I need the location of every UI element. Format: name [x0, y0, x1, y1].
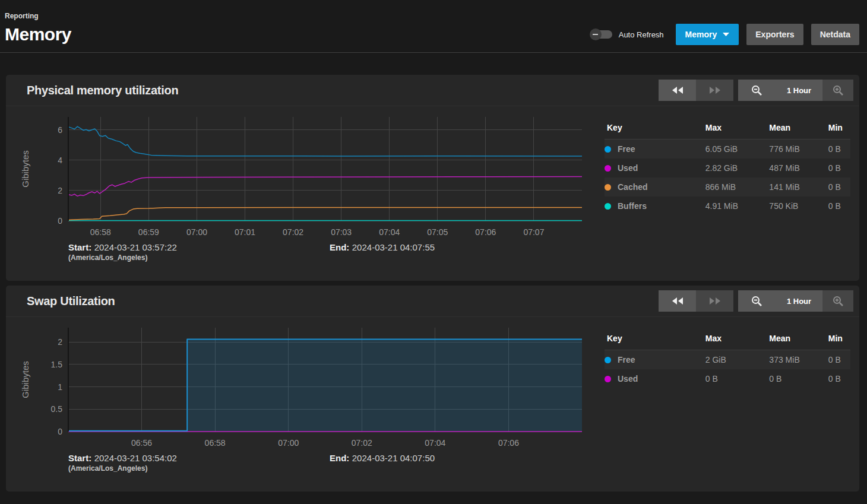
legend-max-value: 6.05 GiB	[705, 140, 770, 159]
svg-text:07:00: 07:00	[186, 227, 207, 237]
start-value: 2024-03-21 03:54:02	[94, 453, 177, 463]
time-range: Start: 2024-03-21 03:54:02 (America/Los_…	[6, 453, 600, 473]
y-axis-label: Gibibytes	[20, 361, 30, 398]
series-color-dot	[605, 184, 611, 191]
legend-header-mean: Mean	[769, 331, 828, 350]
legend-min-value: 0 B	[828, 140, 850, 159]
svg-text:07:02: 07:02	[283, 227, 303, 237]
timezone-label: (America/Los_Angeles)	[68, 253, 330, 262]
auto-refresh-label: Auto Refresh	[619, 30, 664, 39]
legend-max-value: 0 B	[705, 369, 770, 388]
chart-controls: 1 Hour	[659, 80, 853, 101]
fast-forward-icon	[708, 297, 722, 305]
fast-forward-icon	[708, 86, 722, 94]
swap-chart[interactable]: 00.511.5206:5606:5807:0007:0207:0407:06G…	[6, 323, 600, 451]
netdata-button[interactable]: Netdata	[811, 24, 859, 45]
legend-header-key: Key	[605, 331, 705, 350]
step-forward-button	[696, 290, 733, 312]
legend-min-value: 0 B	[828, 350, 850, 370]
svg-text:07:04: 07:04	[425, 438, 445, 448]
legend-row[interactable]: Cached866 MiB141 MiB0 B	[605, 177, 850, 196]
series-color-dot	[605, 146, 611, 153]
series-color-dot	[605, 165, 611, 172]
toggle-dash-icon	[593, 34, 598, 35]
zoom-in-icon	[833, 85, 844, 96]
legend-header-max: Max	[705, 331, 770, 350]
svg-text:06:56: 06:56	[131, 438, 152, 448]
breadcrumb[interactable]: Reporting	[5, 12, 859, 20]
swap-card-title: Swap Utilization	[27, 294, 115, 308]
legend-series-name: Used	[605, 369, 705, 388]
exporters-button[interactable]: Exporters	[746, 24, 803, 45]
legend-series-name: Used	[605, 159, 705, 177]
page-header: Reporting Memory Auto Refresh Memory Exp…	[0, 0, 867, 52]
start-label: Start:	[68, 453, 91, 463]
svg-text:07:06: 07:06	[498, 438, 519, 448]
report-type-dropdown[interactable]: Memory	[676, 24, 739, 45]
rewind-icon	[671, 297, 684, 305]
time-range: Start: 2024-03-21 03:57:22 (America/Los_…	[6, 242, 600, 262]
svg-text:2: 2	[58, 337, 62, 347]
zoom-out-button[interactable]	[738, 290, 776, 312]
legend-series-name: Cached	[605, 177, 705, 196]
y-axis-label: Gibibytes	[20, 150, 30, 188]
zoom-in-button	[822, 290, 853, 312]
legend-row[interactable]: Used0 B0 B0 B	[605, 369, 850, 388]
svg-text:1: 1	[58, 382, 62, 392]
report-type-dropdown-label: Memory	[685, 30, 717, 39]
legend-min-value: 0 B	[828, 159, 850, 177]
zoom-in-icon	[833, 296, 844, 307]
svg-text:2: 2	[58, 186, 62, 195]
step-back-button[interactable]	[659, 290, 696, 312]
legend-mean-value: 750 KiB	[769, 196, 828, 215]
legend-mean-value: 487 MiB	[769, 159, 828, 177]
svg-text:6: 6	[58, 125, 62, 135]
svg-text:07:03: 07:03	[331, 227, 352, 237]
svg-text:07:06: 07:06	[475, 227, 496, 237]
zoom-in-button	[822, 80, 853, 101]
svg-text:4: 4	[58, 156, 62, 165]
svg-text:0.5: 0.5	[51, 404, 63, 414]
end-label: End:	[330, 242, 349, 252]
svg-text:06:59: 06:59	[138, 227, 159, 237]
legend-header-min: Min	[828, 331, 850, 350]
swap-legend-table: Key Max Mean Min Free2 GiB373 MiB0 BUsed…	[605, 331, 850, 388]
legend-mean-value: 0 B	[769, 369, 828, 388]
end-label: End:	[330, 453, 349, 463]
zoom-out-icon	[751, 85, 762, 96]
svg-text:0: 0	[58, 427, 62, 436]
header-actions: Auto Refresh Memory Exporters Netdata	[590, 24, 859, 45]
step-back-button[interactable]	[659, 80, 696, 101]
rewind-icon	[671, 86, 684, 94]
zoom-range-label: 1 Hour	[776, 290, 822, 312]
series-color-dot	[605, 376, 611, 382]
zoom-out-button[interactable]	[738, 80, 776, 101]
page-title: Memory	[5, 24, 71, 45]
start-value: 2024-03-21 03:57:22	[94, 242, 177, 252]
legend-row[interactable]: Free2 GiB373 MiB0 B	[605, 350, 850, 370]
legend-header-min: Min	[828, 121, 850, 140]
legend-series-name: Buffers	[605, 196, 705, 215]
series-color-dot	[605, 357, 611, 363]
legend-header-mean: Mean	[769, 121, 828, 140]
legend-row[interactable]: Buffers4.91 MiB750 KiB0 B	[605, 196, 850, 215]
toggle-knob	[590, 28, 602, 40]
series-color-dot	[605, 203, 611, 210]
legend-row[interactable]: Used2.82 GiB487 MiB0 B	[605, 159, 850, 177]
legend-series-name: Free	[605, 140, 705, 159]
legend-row[interactable]: Free6.05 GiB776 MiB0 B	[605, 140, 850, 159]
svg-text:07:05: 07:05	[427, 227, 448, 237]
end-value: 2024-03-21 04:07:50	[352, 453, 435, 463]
legend-header-key: Key	[605, 121, 705, 140]
swap-card: Swap Utilization	[6, 286, 859, 492]
physical-memory-chart[interactable]: 024606:5806:5907:0007:0107:0207:0307:040…	[6, 112, 600, 240]
physical-memory-card-title: Physical memory utilization	[27, 84, 178, 97]
legend-max-value: 866 MiB	[705, 177, 770, 196]
timezone-label: (America/Los_Angeles)	[68, 464, 330, 473]
start-label: Start:	[68, 242, 91, 252]
step-forward-button	[696, 80, 733, 101]
physical-memory-card: Physical memory utilization	[6, 75, 859, 281]
legend-mean-value: 776 MiB	[769, 140, 828, 159]
auto-refresh-toggle[interactable]	[590, 28, 613, 40]
legend-max-value: 2 GiB	[705, 350, 770, 370]
